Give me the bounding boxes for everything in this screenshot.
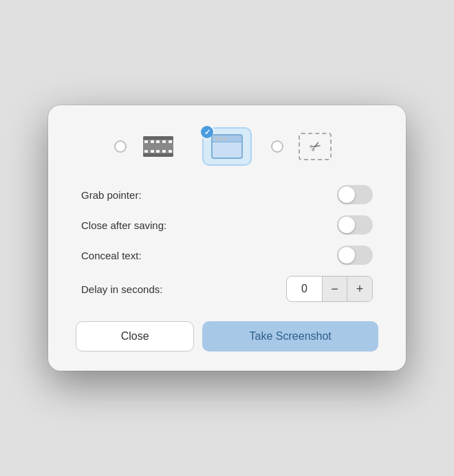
delay-decrement-button[interactable]: − [323,277,347,301]
scissors-border: ✂ [299,133,332,160]
selection-icon-wrap[interactable]: ✂ [290,127,340,166]
take-screenshot-button[interactable]: Take Screenshot [202,321,378,351]
delay-control: 0 − + [286,276,373,302]
conceal-text-toggle[interactable] [337,246,373,265]
filmstrip-icon [143,133,173,160]
window-titlebar [213,136,241,142]
grab-pointer-label: Grab pointer: [81,189,142,201]
conceal-text-row: Conceal text: [76,246,378,265]
close-after-saving-toggle[interactable] [337,215,373,235]
window-icon [211,134,243,159]
scissors-icon: ✂ [306,136,325,156]
mode-selector: ✓ ✂ [76,127,378,166]
delay-row: Delay in seconds: 0 − + [76,276,378,302]
screenshot-dialog: ✓ ✂ Grab pointer: [48,105,406,371]
conceal-text-label: Conceal text: [81,250,142,261]
mode-selection-option[interactable]: ✂ [271,127,340,166]
footer-buttons: Close Take Screenshot [76,321,378,351]
mode-fullscreen-option[interactable] [114,127,183,166]
grab-pointer-row: Grab pointer: [76,185,378,204]
selection-radio[interactable] [271,140,283,153]
fullscreen-radio[interactable] [114,140,127,153]
mode-window-option[interactable]: ✓ [202,127,252,166]
grab-pointer-toggle[interactable] [337,185,373,204]
grab-pointer-thumb [338,186,355,203]
close-button[interactable]: Close [76,321,194,351]
options-section: Grab pointer: Close after saving: Concea… [76,185,378,302]
delay-value: 0 [287,277,323,301]
delay-increment-button[interactable]: + [347,277,372,301]
close-after-saving-thumb [338,217,355,233]
fullscreen-icon-wrap[interactable] [133,127,183,166]
delay-label: Delay in seconds: [81,283,162,295]
close-after-saving-label: Close after saving: [81,219,166,231]
close-after-saving-row: Close after saving: [76,215,378,235]
window-icon-wrap[interactable]: ✓ [202,127,252,166]
conceal-text-thumb [338,247,355,263]
